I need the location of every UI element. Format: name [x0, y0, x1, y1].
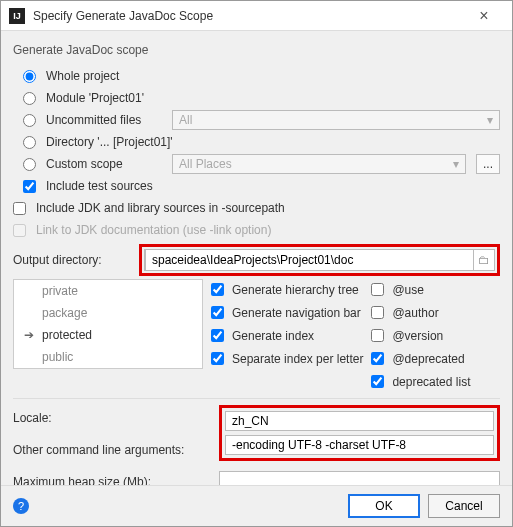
radio-uncommitted[interactable]: Uncommitted files All ▾ [23, 109, 500, 131]
check-separate-index[interactable]: Separate index per letter [211, 348, 363, 369]
close-icon[interactable]: × [464, 7, 504, 25]
content-area: Generate JavaDoc scope Whole project Mod… [1, 31, 512, 485]
radio-uncommitted-label: Uncommitted files [46, 113, 166, 127]
check-navbar[interactable]: Generate navigation bar [211, 302, 363, 323]
check-include-jdk[interactable]: Include JDK and library sources in -sour… [13, 197, 500, 219]
separator [13, 398, 500, 399]
check-author[interactable]: @author [371, 302, 470, 323]
uncommitted-combo[interactable]: All ▾ [172, 110, 500, 130]
folder-icon[interactable]: 🗀 [474, 253, 494, 267]
scope-section-title: Generate JavaDoc scope [13, 43, 500, 57]
check-link-jdk: Link to JDK documentation (use -link opt… [13, 219, 500, 241]
check-hierarchy[interactable]: Generate hierarchy tree [211, 279, 363, 300]
custom-scope-browse-button[interactable]: ... [476, 154, 500, 174]
tag-options-col: @use @author @version @deprecated deprec… [371, 279, 470, 392]
locale-label: Locale: [13, 411, 213, 425]
radio-custom-input[interactable] [23, 158, 36, 171]
check-link-jdk-input [13, 224, 26, 237]
access-package[interactable]: package [14, 302, 202, 324]
locale-highlight [219, 405, 500, 461]
radio-module-label: Module 'Project01' [46, 91, 144, 105]
radio-module-input[interactable] [23, 92, 36, 105]
check-version[interactable]: @version [371, 325, 470, 346]
output-directory-label: Output directory: [13, 253, 133, 267]
uncommitted-combo-value: All [179, 113, 192, 127]
args-label: Other command line arguments: [13, 443, 213, 457]
radio-whole-project-label: Whole project [46, 69, 119, 83]
generation-options-area: private package ➔protected public Genera… [13, 279, 500, 392]
radio-whole-project[interactable]: Whole project [23, 65, 500, 87]
check-include-tests-label: Include test sources [46, 179, 153, 193]
locale-input[interactable] [225, 411, 494, 431]
radio-whole-project-input[interactable] [23, 70, 36, 83]
check-include-jdk-label: Include JDK and library sources in -sour… [36, 201, 285, 215]
radio-custom[interactable]: Custom scope All Places ▾ ... [23, 153, 500, 175]
access-public[interactable]: public [14, 346, 202, 368]
access-private[interactable]: private [14, 280, 202, 302]
radio-module[interactable]: Module 'Project01' [23, 87, 500, 109]
app-icon: IJ [9, 8, 25, 24]
check-index[interactable]: Generate index [211, 325, 363, 346]
access-protected[interactable]: ➔protected [14, 324, 202, 346]
radio-custom-label: Custom scope [46, 157, 166, 171]
check-include-tests-input[interactable] [23, 180, 36, 193]
custom-combo-value: All Places [179, 157, 232, 171]
generate-options-col: Generate hierarchy tree Generate navigat… [211, 279, 363, 392]
ok-button[interactable]: OK [348, 494, 420, 518]
check-use[interactable]: @use [371, 279, 470, 300]
output-directory-field[interactable]: 🗀 [144, 249, 495, 271]
footer: ? OK Cancel [1, 485, 512, 526]
custom-combo[interactable]: All Places ▾ [172, 154, 466, 174]
chevron-down-icon: ▾ [453, 157, 459, 171]
output-directory-highlight: 🗀 [139, 244, 500, 276]
heap-input[interactable] [219, 471, 500, 485]
check-include-tests[interactable]: Include test sources [23, 175, 500, 197]
dialog-window: IJ Specify Generate JavaDoc Scope × Gene… [0, 0, 513, 527]
radio-directory-label: Directory '... [Project01]' [46, 135, 173, 149]
help-icon[interactable]: ? [13, 498, 29, 514]
arrow-icon: ➔ [24, 328, 34, 342]
window-title: Specify Generate JavaDoc Scope [33, 9, 464, 23]
check-deprecated[interactable]: @deprecated [371, 348, 470, 369]
heap-label: Maximum heap size (Mb): [13, 475, 213, 485]
cancel-button[interactable]: Cancel [428, 494, 500, 518]
check-include-jdk-input[interactable] [13, 202, 26, 215]
check-link-jdk-label: Link to JDK documentation (use -link opt… [36, 223, 271, 237]
output-directory-input[interactable] [145, 249, 474, 271]
radio-directory-input[interactable] [23, 136, 36, 149]
titlebar: IJ Specify Generate JavaDoc Scope × [1, 1, 512, 31]
check-deprecated-list[interactable]: deprecated list [371, 371, 470, 392]
radio-uncommitted-input[interactable] [23, 114, 36, 127]
heap-row: Maximum heap size (Mb): [13, 469, 500, 485]
access-level-list[interactable]: private package ➔protected public [13, 279, 203, 369]
output-directory-row: Output directory: 🗀 [13, 247, 500, 273]
locale-args-area: Locale: Other command line arguments: [13, 405, 500, 461]
args-input[interactable] [225, 435, 494, 455]
radio-directory[interactable]: Directory '... [Project01]' [23, 131, 500, 153]
chevron-down-icon: ▾ [487, 113, 493, 127]
